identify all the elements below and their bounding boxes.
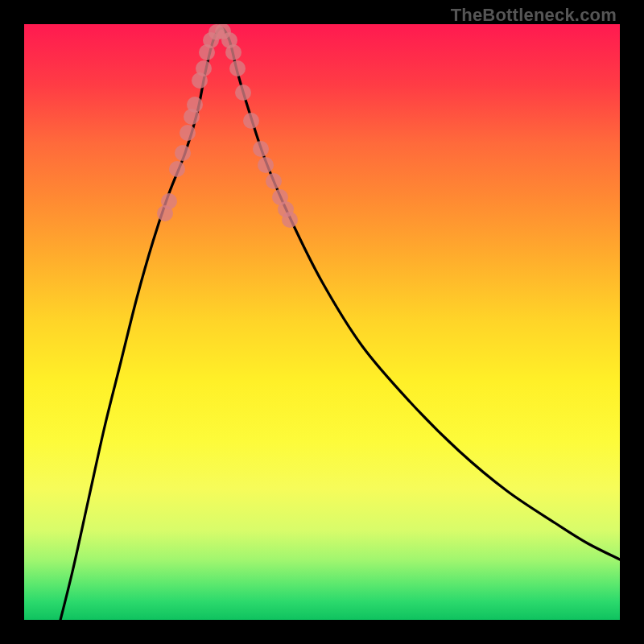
curve-svg <box>24 24 620 620</box>
plot-area <box>24 24 620 620</box>
data-point-marker <box>187 97 203 113</box>
watermark-text: TheBottleneck.com <box>451 5 617 26</box>
data-point-marker <box>282 212 298 228</box>
data-point-marker <box>235 85 251 101</box>
data-point-marker <box>258 157 274 173</box>
marker-group <box>157 24 298 228</box>
data-point-marker <box>253 141 269 157</box>
data-point-marker <box>180 125 196 141</box>
data-point-marker <box>225 44 242 60</box>
data-point-marker <box>196 60 212 76</box>
data-point-marker <box>229 60 246 76</box>
data-point-marker <box>169 161 185 177</box>
data-point-marker <box>175 145 191 161</box>
data-point-marker <box>161 193 177 209</box>
bottleneck-curve <box>56 28 620 620</box>
data-point-marker <box>266 173 282 189</box>
data-point-marker <box>243 113 259 129</box>
chart-container: TheBottleneck.com <box>0 0 644 644</box>
